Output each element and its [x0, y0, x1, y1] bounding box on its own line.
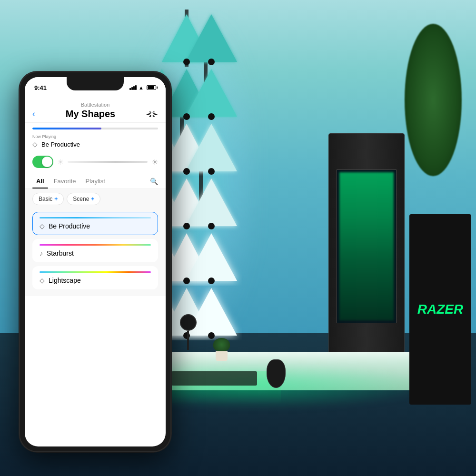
scene-name-lightscape: Lightscape: [49, 277, 81, 284]
filter-basic-plus[interactable]: +: [54, 196, 58, 202]
now-playing-name: Be Productive: [41, 141, 80, 148]
plant-leaves: [213, 338, 230, 351]
scene-list: ◇ Be Productive ♪ Starburst: [25, 209, 166, 296]
mouse: [267, 359, 286, 388]
svg-point-24: [208, 59, 215, 65]
signal-bar-3: [133, 86, 135, 90]
large-plant: [405, 24, 462, 214]
scene-icon-starburst: ♪: [40, 249, 43, 257]
scene-name-starburst: Starburst: [47, 249, 74, 257]
pc-tower: [328, 133, 405, 371]
webcam-body: [180, 314, 197, 331]
plant-pot: [216, 351, 228, 361]
battery-fill: [148, 86, 154, 89]
pc-rgb-lighting: [339, 172, 394, 321]
wifi-icon: ▲: [139, 85, 144, 90]
scene-item-starburst[interactable]: ♪ Starburst: [32, 239, 158, 262]
now-playing-label: Now Playing: [32, 134, 158, 139]
large-plant-leaves: [405, 24, 462, 176]
svg-point-30: [183, 168, 190, 175]
svg-point-38: [208, 278, 215, 284]
scene-color-bar-lightscape: [40, 271, 151, 273]
svg-point-33: [183, 223, 190, 229]
scene-item-row: ◇ Be Productive: [40, 222, 151, 230]
app-title-row: ‹ My Shapes ⊰⊱: [32, 109, 158, 119]
filter-basic[interactable]: Basic +: [32, 193, 64, 205]
scene-item-be-productive[interactable]: ◇ Be Productive: [32, 212, 158, 235]
scene-container: RAZER 9:41: [0, 0, 476, 476]
pc-window: [337, 169, 397, 324]
phone-mockup: 9:41 ▲: [19, 71, 171, 452]
filter-scene-plus[interactable]: +: [91, 196, 94, 202]
progress-bar-fill: [32, 128, 101, 129]
filter-scene[interactable]: Scene +: [67, 193, 100, 205]
razer-logo-text: RAZER: [417, 302, 463, 317]
scene-item-row-starburst: ♪ Starburst: [40, 249, 151, 257]
filter-row: Basic + Scene +: [25, 189, 166, 209]
brightness-low-icon: ☀: [57, 158, 64, 167]
adjust-icon[interactable]: ⊰⊱: [146, 109, 158, 119]
app-header: Battlestation ‹ My Shapes ⊰⊱: [25, 98, 166, 123]
svg-point-27: [208, 113, 215, 120]
scene-icon-lightscape: ◇: [40, 277, 45, 284]
scene-name-be-productive: Be Productive: [49, 222, 90, 230]
toggle-thumb: [42, 157, 52, 167]
brightness-high-icon: ☀: [151, 158, 158, 167]
signal-bars: [129, 85, 137, 90]
status-icons: ▲: [129, 85, 156, 90]
svg-point-26: [183, 113, 190, 120]
phone-screen: 9:41 ▲: [25, 77, 166, 446]
now-playing-section: Now Playing ◇ Be Productive: [25, 123, 166, 152]
phone-frame: 9:41 ▲: [19, 71, 171, 452]
app-breadcrumb: Battlestation: [32, 102, 158, 108]
scene-item-row-lightscape: ◇ Lightscape: [40, 277, 151, 284]
signal-bar-1: [129, 88, 131, 90]
filter-basic-label: Basic: [39, 196, 52, 202]
now-playing-row: ◇ Be Productive: [32, 140, 158, 148]
filter-scene-label: Scene: [73, 196, 89, 202]
battery-icon: [147, 85, 156, 90]
power-toggle[interactable]: [32, 156, 53, 168]
svg-point-37: [183, 278, 190, 284]
now-playing-scene-icon: ◇: [32, 140, 38, 148]
tab-bar: All Favorite Playlist 🔍: [25, 172, 166, 189]
svg-point-34: [208, 223, 215, 229]
tab-playlist[interactable]: Playlist: [82, 176, 109, 187]
brightness-slider[interactable]: [68, 161, 148, 163]
signal-bar-4: [135, 85, 137, 90]
signal-bar-2: [131, 87, 133, 90]
scene-item-lightscape[interactable]: ◇ Lightscape: [32, 266, 158, 289]
webcam-stand: [187, 331, 189, 350]
succulent-plant: [209, 338, 233, 376]
status-time: 9:41: [34, 84, 47, 91]
razer-stand: RAZER: [409, 214, 471, 405]
scene-color-bar-starburst: [40, 244, 151, 246]
tab-all[interactable]: All: [32, 176, 48, 187]
keyboard: [171, 371, 257, 386]
search-icon[interactable]: 🔍: [150, 178, 158, 185]
phone-notch: [67, 77, 124, 90]
scene-icon-be-productive: ◇: [40, 222, 45, 230]
webcam-stand-area: [176, 314, 200, 371]
progress-bar-container: [32, 128, 158, 129]
scene-color-bar-be-productive: [40, 217, 151, 218]
svg-point-23: [183, 59, 190, 65]
tab-favorite[interactable]: Favorite: [50, 176, 80, 187]
controls-row: ☀ ☀: [25, 152, 166, 172]
svg-point-31: [208, 168, 215, 175]
app-title: My Shapes: [35, 109, 146, 119]
